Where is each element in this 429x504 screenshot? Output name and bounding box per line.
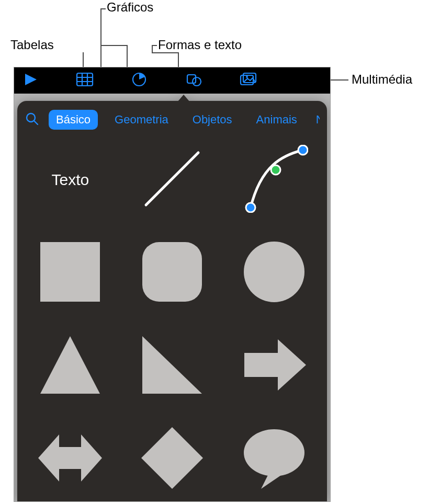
right-triangle-shape[interactable] (130, 327, 214, 405)
svg-point-11 (246, 76, 248, 78)
leader-line (100, 45, 128, 46)
triangle-shape[interactable] (28, 327, 112, 405)
svg-rect-18 (40, 242, 100, 302)
media-button[interactable] (237, 71, 259, 90)
callout-shapes-label: Formas e texto (158, 38, 242, 52)
search-icon (25, 112, 39, 128)
svg-marker-22 (142, 336, 202, 394)
svg-marker-23 (244, 339, 306, 391)
rounded-square-icon (138, 238, 206, 308)
callout-charts-label: Gráficos (107, 0, 153, 15)
svg-point-15 (246, 203, 255, 212)
charts-button[interactable] (128, 71, 150, 90)
square-icon (36, 238, 104, 308)
svg-point-20 (244, 242, 304, 302)
svg-rect-19 (142, 242, 202, 302)
curve-icon (240, 145, 308, 215)
callout-tables-label: Tabelas (10, 38, 54, 52)
svg-point-16 (298, 145, 308, 155)
speech-bubble-shape[interactable] (232, 420, 316, 498)
category-tab-geometry[interactable]: Geometria (107, 110, 176, 130)
diamond-shape[interactable] (130, 420, 214, 498)
arrow-right-shape[interactable] (232, 327, 316, 405)
svg-marker-25 (141, 427, 203, 489)
toolbar (14, 67, 330, 94)
category-tab-basic[interactable]: Básico (49, 110, 98, 130)
tables-button[interactable] (74, 71, 96, 90)
app-screen: Básico Geometria Objetos Animais N Texto (14, 67, 331, 502)
leader-line (152, 45, 157, 46)
curve-tool[interactable] (232, 141, 316, 219)
photo-icon (239, 72, 257, 89)
right-triangle-icon (138, 331, 206, 401)
category-tab-more[interactable]: N (314, 110, 320, 130)
popover-body: Básico Geometria Objetos Animais N Texto (17, 101, 327, 501)
shapes-button[interactable] (183, 71, 205, 90)
diamond-icon (138, 424, 206, 494)
svg-point-8 (193, 77, 201, 86)
circle-shape[interactable] (232, 234, 316, 312)
square-shape[interactable] (28, 234, 112, 312)
shapes-search-button[interactable] (25, 112, 39, 127)
text-tool-label: Texto (51, 171, 89, 189)
category-row: Básico Geometria Objetos Animais N (25, 108, 320, 131)
svg-line-13 (34, 121, 38, 124)
line-icon (138, 145, 206, 215)
play-button[interactable] (19, 71, 41, 90)
svg-marker-21 (40, 336, 100, 394)
text-tool[interactable]: Texto (28, 141, 112, 219)
category-tab-objects[interactable]: Objetos (185, 110, 240, 130)
leader-line (152, 52, 179, 53)
svg-line-14 (146, 153, 198, 205)
svg-marker-0 (25, 74, 37, 85)
arrow-bi-shape[interactable] (28, 420, 112, 498)
pie-chart-icon (130, 72, 149, 89)
leader-line (100, 8, 106, 9)
svg-rect-7 (187, 75, 196, 83)
shapes-grid: Texto (25, 141, 320, 501)
category-tab-animais[interactable]: Animais (249, 110, 304, 130)
svg-point-17 (271, 165, 280, 175)
circle-icon (240, 238, 308, 308)
svg-point-26 (244, 429, 304, 476)
shapes-popover: Básico Geometria Objetos Animais N Texto (17, 97, 327, 501)
svg-marker-24 (38, 434, 102, 482)
speech-bubble-icon (240, 424, 308, 494)
line-tool[interactable] (130, 141, 214, 219)
shapes-icon (184, 72, 203, 89)
play-icon (21, 72, 40, 89)
triangle-icon (36, 331, 104, 401)
arrow-bi-icon (36, 424, 104, 494)
rounded-square-shape[interactable] (130, 234, 214, 312)
svg-rect-1 (77, 73, 93, 86)
table-icon (75, 72, 94, 89)
arrow-right-icon (240, 331, 308, 401)
callout-media-label: Multimédia (352, 72, 412, 87)
